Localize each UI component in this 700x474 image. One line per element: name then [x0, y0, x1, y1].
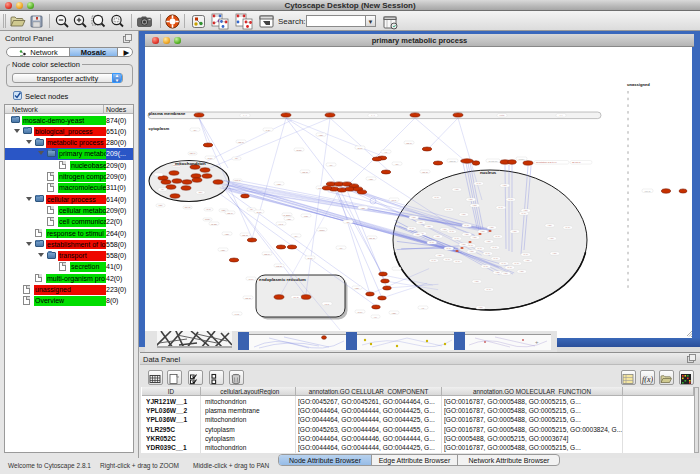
svg-text:(n a): (n a): [508, 198, 513, 201]
svg-text:(ab c): (ab c): [227, 212, 233, 215]
svg-text:(a b): (a b): [208, 157, 213, 160]
svg-text:(ab): (ab): [479, 306, 483, 309]
svg-text:(ab): (ab): [419, 221, 423, 224]
svg-text:(db): (db): [355, 287, 359, 290]
svg-text:(r b): (r b): [266, 129, 271, 132]
svg-text:(a): (a): [250, 208, 253, 211]
svg-text:(3hyd): (3hyd): [449, 160, 456, 163]
svg-text:(cd a): (cd a): [276, 265, 282, 268]
svg-text:(n a): (n a): [409, 227, 414, 230]
svg-text:(n a): (n a): [454, 237, 459, 240]
svg-text:(ab): (ab): [487, 240, 491, 243]
svg-text:(n a): (n a): [523, 253, 528, 256]
svg-text:plasma membrane: plasma membrane: [149, 111, 186, 116]
svg-text:(lots): (lots): [499, 114, 505, 117]
svg-text:(c 21b): (c 21b): [283, 214, 291, 217]
svg-text:(mit a): (mit a): [234, 179, 241, 182]
svg-text:(ab): (ab): [553, 252, 557, 255]
svg-text:(bc d): (bc d): [369, 237, 375, 240]
svg-text:ab cd ef: ab cd ef: [572, 161, 581, 164]
svg-text:(ab): (ab): [481, 230, 485, 233]
svg-text:(ab): (ab): [427, 225, 431, 228]
svg-text:(ab): (ab): [462, 213, 466, 216]
svg-text:[...]: [...]: [371, 114, 375, 117]
svg-text:(x): (x): [374, 316, 377, 319]
svg-text:(ab): (ab): [526, 259, 530, 262]
svg-text:(n a): (n a): [495, 235, 500, 238]
svg-text:(n a): (n a): [501, 262, 506, 265]
svg-text:(ab): (ab): [520, 270, 524, 273]
svg-text:(n a): (n a): [485, 252, 490, 255]
svg-text:(5 db): (5 db): [211, 223, 217, 226]
svg-text:f(x): f(x): [642, 375, 653, 384]
svg-text:(n a): (n a): [565, 226, 570, 229]
svg-text:(ab): (ab): [550, 237, 554, 240]
svg-text:(a c): (a c): [206, 208, 211, 211]
svg-text:(db): (db): [277, 183, 281, 186]
svg-text:(ab): (ab): [465, 233, 469, 236]
svg-text:cytoplasm: cytoplasm: [149, 126, 170, 131]
svg-text:(b c): (b c): [392, 199, 397, 202]
svg-text:(n a): (n a): [449, 230, 454, 233]
svg-text:(ab): (ab): [416, 233, 420, 236]
svg-text:(ab): (ab): [490, 226, 494, 229]
svg-text:endoplasmic reticulum: endoplasmic reticulum: [259, 277, 306, 282]
svg-text:(ab): (ab): [504, 272, 508, 275]
svg-text:(ab d): (ab d): [245, 297, 251, 300]
svg-text:(n a): (n a): [455, 260, 460, 263]
svg-text:(ab): (ab): [225, 233, 229, 236]
svg-text:(n a): (n a): [507, 266, 512, 269]
svg-text:(n a): (n a): [476, 182, 481, 185]
svg-text:(bd c): (bd c): [264, 253, 270, 256]
svg-text:(ab): (ab): [443, 228, 447, 231]
svg-text:(n a): (n a): [464, 224, 469, 227]
svg-text:(ab): (ab): [438, 254, 442, 257]
svg-text:(c): (c): [422, 307, 425, 310]
svg-text:(ad): (ad): [361, 207, 365, 210]
svg-text:(n a): (n a): [498, 206, 503, 209]
svg-text:(s-ad ef): (s-ad ef): [489, 160, 498, 163]
svg-text:(ab): (ab): [158, 204, 162, 207]
svg-text:(ab): (ab): [475, 280, 479, 283]
svg-text:(b): (b): [194, 129, 197, 132]
svg-text:(b): (b): [295, 235, 298, 238]
svg-text:(bcd): (bcd): [296, 149, 302, 152]
svg-text:(c): (c): [385, 151, 388, 154]
svg-text:(bc d): (bc d): [184, 206, 190, 209]
svg-text:(db a): (db a): [242, 234, 248, 237]
svg-text:(ab): (ab): [473, 204, 477, 207]
svg-text:(ab): (ab): [319, 134, 323, 137]
svg-text:(n a): (n a): [492, 246, 497, 249]
svg-text:unassigned: unassigned: [627, 82, 650, 87]
svg-text:(b a): (b a): [257, 211, 262, 214]
svg-text:(a c): (a c): [325, 303, 330, 306]
svg-text:[..]: [..]: [560, 114, 563, 117]
svg-text:(n a): (n a): [445, 258, 450, 261]
svg-text:(n a): (n a): [514, 262, 519, 265]
svg-text:(c a): (c a): [235, 313, 240, 316]
svg-text:(nico): (nico): [519, 158, 525, 161]
svg-text:(n a): (n a): [446, 208, 451, 211]
svg-text:(ab): (ab): [496, 271, 500, 274]
svg-text:(ab): (ab): [436, 235, 440, 238]
svg-text:(n a): (n a): [431, 259, 436, 262]
svg-text:(n a): (n a): [493, 257, 498, 260]
svg-text:(a): (a): [330, 164, 333, 167]
svg-text:(er a): (er a): [293, 296, 299, 299]
svg-text:(ab c): (ab c): [189, 152, 195, 155]
svg-text:+: +: [535, 339, 539, 345]
svg-text:(n a): (n a): [521, 212, 526, 215]
svg-text:(ab d): (ab d): [302, 171, 308, 174]
svg-text:(ab): (ab): [513, 230, 517, 233]
svg-text:(bcd): (bcd): [205, 218, 211, 221]
svg-text:(ab): (ab): [221, 249, 225, 252]
svg-text:(n a): (n a): [429, 241, 434, 244]
svg-text:[...]: [...]: [243, 114, 247, 117]
svg-text:(n a): (n a): [486, 288, 491, 291]
svg-text:(n a): (n a): [434, 196, 439, 199]
svg-text:(ab): (ab): [412, 216, 416, 219]
svg-text:(bc): (bc): [198, 191, 202, 194]
svg-text:(ab c): (ab c): [406, 142, 412, 145]
svg-text:(ab): (ab): [469, 198, 473, 201]
svg-text:(ab): (ab): [369, 178, 373, 181]
